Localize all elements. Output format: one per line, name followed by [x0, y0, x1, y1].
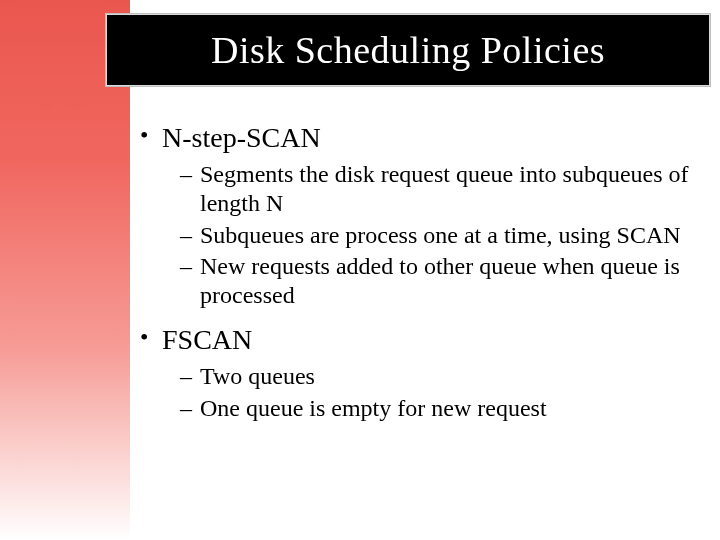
bullet-label: FSCAN — [162, 324, 252, 355]
bullet-nstep: N-step-SCAN — [140, 122, 690, 154]
slide: Disk Scheduling Policies N-step-SCAN Seg… — [0, 0, 720, 540]
title-bar: Disk Scheduling Policies — [106, 14, 710, 86]
slide-body: N-step-SCAN Segments the disk request qu… — [140, 112, 690, 425]
list-item: One queue is empty for new request — [180, 394, 690, 423]
list-item: Two queues — [180, 362, 690, 391]
bullet-fscan: FSCAN — [140, 324, 690, 356]
bullet-label: N-step-SCAN — [162, 122, 321, 153]
list-item: Subqueues are process one at a time, usi… — [180, 221, 690, 250]
slide-title: Disk Scheduling Policies — [211, 28, 605, 72]
list-item: Segments the disk request queue into sub… — [180, 160, 690, 219]
list-item: New requests added to other queue when q… — [180, 252, 690, 311]
